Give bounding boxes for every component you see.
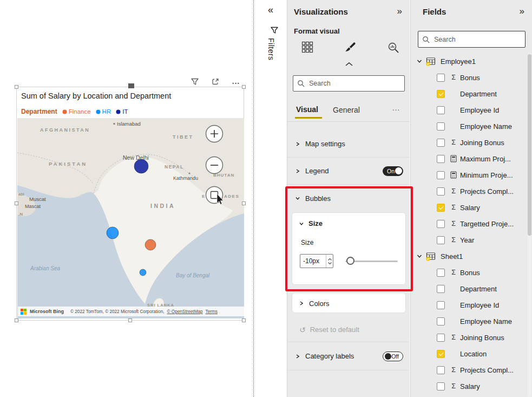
- bing-map[interactable]: AFGHANISTAN PAKISTAN TIBET NEPAL BHUTAN …: [17, 118, 244, 318]
- filters-funnel-icon[interactable]: [270, 26, 279, 36]
- fields-search[interactable]: [418, 31, 526, 48]
- field-checkbox[interactable]: [437, 334, 445, 342]
- field-checkbox[interactable]: [437, 122, 445, 131]
- field-row[interactable]: Σ Salary: [411, 378, 532, 394]
- osm-link[interactable]: © OpenStreetMap: [167, 309, 202, 314]
- size-value-input[interactable]: [300, 254, 333, 268]
- colors-group-header[interactable]: Colors: [299, 293, 330, 314]
- size-slider-thumb[interactable]: [346, 257, 354, 265]
- format-visual-icon[interactable]: [344, 41, 357, 55]
- map-area[interactable]: AFGHANISTAN PAKISTAN TIBET NEPAL BHUTAN …: [17, 118, 244, 318]
- tab-general[interactable]: General: [333, 106, 360, 114]
- selection-handle[interactable]: [15, 318, 18, 322]
- field-label: Department: [460, 90, 497, 98]
- field-checkbox[interactable]: [437, 382, 445, 391]
- expand-pane-icon[interactable]: »: [397, 6, 402, 17]
- field-row[interactable]: Department: [411, 86, 532, 102]
- reset-to-default-button[interactable]: ↺ Reset to default: [287, 317, 410, 342]
- field-checkbox[interactable]: [437, 90, 445, 98]
- field-checkbox[interactable]: [437, 236, 445, 244]
- section-map-settings[interactable]: Map settings: [287, 131, 410, 158]
- table-row-employee1[interactable]: Employee1: [411, 53, 532, 69]
- field-row[interactable]: Σ Year: [411, 232, 532, 248]
- selection-handle[interactable]: [15, 85, 18, 89]
- map-zoom-out-control[interactable]: [206, 157, 223, 174]
- section-bubbles[interactable]: Bubbles: [287, 185, 410, 212]
- collapse-pane-icon[interactable]: «: [268, 4, 273, 16]
- selection-handle[interactable]: [128, 83, 134, 88]
- format-search-input[interactable]: [308, 79, 400, 88]
- field-row[interactable]: Department: [411, 281, 532, 297]
- selection-handle[interactable]: [242, 201, 246, 205]
- map-visual[interactable]: Sum of Salary by Location and Department…: [16, 87, 244, 321]
- field-row[interactable]: Σ Projects Compl...: [411, 183, 532, 199]
- build-visual-icon[interactable]: [301, 41, 313, 55]
- data-bubble-it-delhi[interactable]: [134, 159, 148, 173]
- selection-handle[interactable]: [242, 318, 246, 322]
- field-row[interactable]: Σ Projects Compl...: [411, 362, 532, 378]
- fields-search-input[interactable]: [433, 35, 521, 44]
- focus-mode-icon[interactable]: [211, 77, 220, 86]
- field-checkbox[interactable]: [437, 366, 445, 374]
- tabs-more-icon[interactable]: …: [392, 103, 400, 112]
- field-row[interactable]: Location: [411, 346, 532, 362]
- selection-handle[interactable]: [15, 201, 18, 205]
- field-row[interactable]: Σ Bonus: [411, 264, 532, 281]
- field-row[interactable]: Minimum Proje...: [411, 167, 532, 183]
- field-row[interactable]: Σ Joining Bonus: [411, 329, 532, 346]
- report-canvas[interactable]: … Sum of Salary by Location and Departme…: [0, 0, 254, 397]
- data-bubble-hr-west[interactable]: [107, 227, 119, 239]
- tab-visual[interactable]: Visual: [296, 105, 318, 114]
- spinner-down-icon[interactable]: [327, 262, 332, 265]
- field-checkbox[interactable]: [437, 317, 445, 326]
- field-checkbox[interactable]: [437, 171, 445, 179]
- field-checkbox[interactable]: [437, 350, 445, 358]
- field-checkbox[interactable]: [437, 106, 445, 114]
- field-row[interactable]: Employee Name: [411, 118, 532, 134]
- field-checkbox[interactable]: [437, 74, 445, 82]
- expand-pane-icon[interactable]: »: [520, 6, 524, 17]
- size-group-header[interactable]: Size: [299, 219, 323, 227]
- field-checkbox[interactable]: [437, 269, 445, 277]
- field-row[interactable]: Employee Id: [411, 102, 532, 118]
- map-zoom-in-control[interactable]: [206, 126, 223, 142]
- field-row[interactable]: Employee Name: [411, 313, 532, 329]
- field-row[interactable]: Σ Joining Bonus: [411, 134, 532, 151]
- size-spinner[interactable]: [326, 255, 333, 268]
- field-row[interactable]: Σ Targetted Proje...: [411, 216, 532, 232]
- field-checkbox[interactable]: [437, 155, 445, 163]
- spinner-up-icon[interactable]: [327, 258, 332, 261]
- field-row[interactable]: Σ Bonus: [411, 69, 532, 86]
- field-row[interactable]: Maximum Proj...: [411, 151, 532, 167]
- field-checkbox[interactable]: [437, 285, 445, 293]
- selection-handle[interactable]: [242, 85, 246, 89]
- legend-item-hr[interactable]: HR: [96, 108, 111, 115]
- legend-item-it[interactable]: IT: [116, 108, 128, 115]
- category-labels-toggle[interactable]: Off: [383, 352, 403, 361]
- section-category-labels[interactable]: Category labels Off: [287, 342, 410, 370]
- chevron-down-icon[interactable]: [416, 253, 423, 259]
- selection-handle[interactable]: [128, 318, 132, 322]
- filter-icon[interactable]: [191, 77, 199, 86]
- filters-pane-tab[interactable]: Filters: [267, 38, 275, 61]
- chevron-down-icon[interactable]: [416, 58, 423, 64]
- size-value-field[interactable]: [300, 257, 326, 265]
- field-checkbox[interactable]: [437, 187, 445, 196]
- field-row[interactable]: Σ Salary: [411, 199, 532, 216]
- field-checkbox[interactable]: [437, 139, 445, 147]
- analytics-icon[interactable]: [387, 41, 400, 56]
- field-checkbox[interactable]: [437, 204, 445, 212]
- data-bubble-finance-central[interactable]: [145, 239, 156, 250]
- legend-toggle[interactable]: On: [383, 166, 403, 176]
- field-checkbox[interactable]: [437, 220, 445, 228]
- field-checkbox[interactable]: [437, 301, 445, 309]
- section-legend[interactable]: Legend On: [287, 158, 410, 185]
- more-options-icon[interactable]: …: [232, 79, 240, 84]
- table-row-sheet1[interactable]: Sheet1: [411, 248, 532, 264]
- field-row[interactable]: Employee Id: [411, 297, 532, 313]
- data-bubble-hr-south[interactable]: [140, 269, 146, 276]
- legend-item-finance[interactable]: Finance: [62, 108, 91, 115]
- terms-link[interactable]: Terms: [206, 309, 218, 314]
- fields-scrollbar-thumb[interactable]: [528, 54, 531, 236]
- format-search[interactable]: [293, 75, 405, 92]
